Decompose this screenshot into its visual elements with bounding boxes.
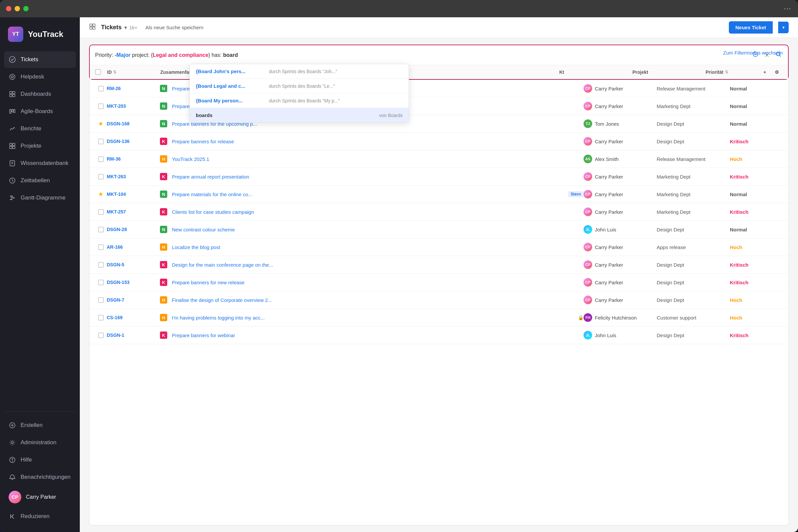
- table-row[interactable]: MKT-257KClients list for case studies ca…: [90, 203, 788, 221]
- sidebar-item-zeittabellen[interactable]: Zeittabellen: [4, 172, 76, 189]
- sidebar-item-agile[interactable]: Agile-Boards: [4, 103, 76, 120]
- select-all-checkbox[interactable]: [95, 69, 101, 75]
- minimize-button[interactable]: [15, 6, 20, 11]
- th-id[interactable]: ID ⇅: [107, 70, 160, 75]
- ticket-id[interactable]: RM-26: [107, 86, 160, 91]
- priority-badge: K: [160, 279, 167, 286]
- ticket-summary[interactable]: HLocalize the blog post: [160, 243, 584, 251]
- svg-rect-12: [10, 146, 12, 149]
- ticket-id[interactable]: DSGN-7: [107, 297, 160, 303]
- ticket-summary[interactable]: KPrepare annual report presentation: [160, 173, 584, 180]
- row-checkbox-input[interactable]: [98, 227, 104, 232]
- collapse-icon: [8, 513, 16, 520]
- ticket-summary[interactable]: KPrepare banners for new release: [160, 279, 584, 286]
- new-ticket-button[interactable]: Neues Ticket: [729, 21, 773, 34]
- new-ticket-dropdown-button[interactable]: ▾: [778, 22, 789, 33]
- ticket-summary[interactable]: NPrepare materials for the online co...S…: [160, 191, 584, 198]
- ticket-id[interactable]: DSGN-5: [107, 262, 160, 267]
- board-typed-text: board: [223, 52, 238, 58]
- row-checkbox-input[interactable]: [98, 174, 104, 179]
- th-add[interactable]: +: [759, 70, 771, 75]
- save-search-button[interactable]: Als neue Suche speichern: [145, 25, 203, 30]
- sidebar-item-hilfe[interactable]: Hilfe: [4, 452, 76, 468]
- row-checkbox-input[interactable]: [98, 139, 104, 144]
- sidebar-item-gantt[interactable]: Gantt-Diagramme: [4, 190, 76, 206]
- dropdown-item-1[interactable]: {Board Legal and c... durch Sprints des …: [190, 79, 408, 93]
- ticket-id[interactable]: MKT-203: [107, 103, 160, 109]
- ticket-id[interactable]: DSGN-28: [107, 227, 160, 232]
- ticket-id[interactable]: DSGN-153: [107, 280, 160, 285]
- sidebar-item-reduzieren[interactable]: Reduzieren: [4, 508, 76, 525]
- ticket-id[interactable]: AR-166: [107, 244, 160, 250]
- row-checkbox-input[interactable]: [98, 244, 104, 250]
- row-checkbox: [95, 86, 107, 92]
- table-row[interactable]: DSGN-136KPrepare banners for releaseCPCa…: [90, 133, 788, 150]
- search-input[interactable]: [241, 52, 748, 58]
- ticket-summary[interactable]: KClients list for case studies campaign: [160, 208, 584, 215]
- row-checkbox-input[interactable]: [98, 103, 104, 109]
- dropdown-item-0[interactable]: {Board John's pers... durch Sprints des …: [190, 64, 408, 79]
- filter-mode-button[interactable]: Zum Filtermodus wechseln: [723, 50, 783, 56]
- row-checkbox-input[interactable]: [98, 209, 104, 215]
- sidebar-item-benachrichtigungen[interactable]: Benachrichtigungen: [4, 469, 76, 486]
- row-checkbox-input[interactable]: [98, 86, 104, 92]
- ticket-id[interactable]: DSGN-136: [107, 139, 160, 144]
- table-row[interactable]: DSGN-5KDesign for the main conference pa…: [90, 256, 788, 274]
- ticket-summary[interactable]: HYouTrack 2025.1: [160, 155, 584, 163]
- app-name: YouTrack: [28, 30, 63, 39]
- ticket-id[interactable]: MKT-257: [107, 209, 160, 214]
- th-priority[interactable]: Priorität ⇅: [706, 70, 759, 75]
- dropdown-desc-3: von Boards: [379, 113, 403, 118]
- window-menu-icon[interactable]: ⋯: [784, 4, 792, 13]
- table-row[interactable]: DSGN-7HFinalise the design of Corporate …: [90, 291, 788, 309]
- maximize-button[interactable]: [23, 6, 28, 11]
- ticket-title: YouTrack 2025.1: [172, 156, 584, 162]
- row-checkbox-input[interactable]: [98, 280, 104, 285]
- section-icon: [89, 23, 96, 32]
- sidebar-user[interactable]: CP Carry Parker: [4, 486, 76, 508]
- ticket-summary[interactable]: KDesign for the main conference page on …: [160, 261, 584, 268]
- row-checkbox-input[interactable]: [98, 156, 104, 162]
- ticket-id[interactable]: RM-36: [107, 156, 160, 162]
- hilfe-icon: [8, 456, 16, 463]
- priority-badge: K: [160, 331, 167, 339]
- sidebar-item-helpdesk[interactable]: Helpdesk: [4, 69, 76, 85]
- close-button[interactable]: [6, 6, 11, 11]
- table-row[interactable]: CS-169HI'm having problems logging into …: [90, 309, 788, 326]
- sidebar-item-tickets[interactable]: Tickets: [4, 51, 76, 68]
- th-id-sort-icon: ⇅: [113, 70, 116, 75]
- row-checkbox-input[interactable]: [98, 332, 104, 338]
- dropdown-item-2[interactable]: {Board My person... durch Sprints des Bo…: [190, 93, 408, 108]
- table-row[interactable]: DSGN-28NNew contrast colour schemeJLJohn…: [90, 221, 788, 239]
- ticket-id[interactable]: MKT-263: [107, 174, 160, 179]
- ticket-id[interactable]: DSGN-168: [107, 121, 160, 126]
- star-icon[interactable]: ★: [98, 120, 103, 127]
- th-settings[interactable]: ⚙: [771, 70, 783, 75]
- sidebar-item-projekte[interactable]: Projekte: [4, 138, 76, 154]
- ticket-id[interactable]: MKT-104: [107, 191, 160, 197]
- row-checkbox-input[interactable]: [98, 297, 104, 303]
- dropdown-item-3[interactable]: boards von Boards: [190, 108, 408, 122]
- ticket-id[interactable]: CS-169: [107, 315, 160, 320]
- ticket-summary[interactable]: KPrepare banners for release: [160, 138, 584, 145]
- ticket-summary[interactable]: HI'm having problems logging into my acc…: [160, 314, 584, 321]
- ticket-id[interactable]: DSGN-1: [107, 332, 160, 338]
- sidebar-item-berichte[interactable]: Berichte: [4, 120, 76, 137]
- ticket-summary[interactable]: KPrepare banners for webinar: [160, 331, 584, 339]
- sidebar-item-erstellen[interactable]: Erstellen: [4, 417, 76, 434]
- table-row[interactable]: DSGN-153KPrepare banners for new release…: [90, 274, 788, 291]
- ticket-summary[interactable]: NNew contrast colour scheme: [160, 226, 584, 233]
- table-row[interactable]: AR-166HLocalize the blog postCPCarry Par…: [90, 239, 788, 256]
- table-row[interactable]: ★MKT-104NPrepare materials for the onlin…: [90, 186, 788, 203]
- table-row[interactable]: DSGN-1KPrepare banners for webinarJLJohn…: [90, 326, 788, 344]
- table-row[interactable]: MKT-263KPrepare annual report presentati…: [90, 168, 788, 186]
- table-row[interactable]: RM-36HYouTrack 2025.1ASAlex SmithRelease…: [90, 150, 788, 168]
- row-checkbox-input[interactable]: [98, 262, 104, 268]
- row-checkbox-input[interactable]: [98, 315, 104, 321]
- ticket-summary[interactable]: HFinalise the design of Corporate overvi…: [160, 296, 584, 304]
- star-icon[interactable]: ★: [98, 191, 103, 198]
- sidebar-item-administration[interactable]: Administration: [4, 434, 76, 451]
- sidebar-item-wissensdatenbank[interactable]: Wissensdatenbank: [4, 155, 76, 172]
- sidebar-item-dashboards[interactable]: Dashboards: [4, 86, 76, 102]
- sidebar-nav: Tickets Helpdesk Dashboards: [0, 51, 80, 406]
